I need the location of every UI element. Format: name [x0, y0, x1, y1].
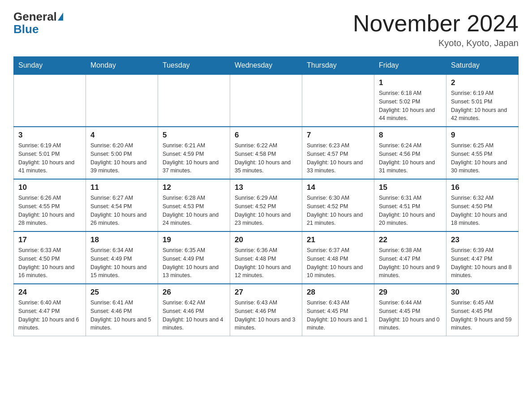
day-number: 4 — [90, 131, 153, 140]
day-number: 14 — [307, 183, 369, 192]
weekday-header-saturday: Saturday — [446, 57, 519, 75]
day-info: Sunrise: 6:35 AMSunset: 4:49 PMDaylight:… — [163, 246, 225, 280]
weekday-header-row: SundayMondayTuesdayWednesdayThursdayFrid… — [14, 57, 519, 75]
calendar-cell: 5Sunrise: 6:21 AMSunset: 4:59 PMDaylight… — [158, 127, 230, 179]
calendar-cell: 25Sunrise: 6:41 AMSunset: 4:46 PMDayligh… — [86, 284, 158, 336]
day-number: 25 — [90, 288, 153, 297]
day-info: Sunrise: 6:25 AMSunset: 4:55 PMDaylight:… — [451, 141, 514, 175]
calendar-cell: 4Sunrise: 6:20 AMSunset: 5:00 PMDaylight… — [86, 127, 158, 179]
day-info: Sunrise: 6:43 AMSunset: 4:46 PMDaylight:… — [235, 299, 297, 332]
day-number: 1 — [379, 78, 442, 87]
day-number: 15 — [379, 183, 442, 192]
calendar-cell: 15Sunrise: 6:31 AMSunset: 4:51 PMDayligh… — [374, 179, 446, 231]
weekday-header-friday: Friday — [374, 57, 446, 75]
day-number: 2 — [451, 78, 514, 87]
day-number: 27 — [235, 288, 297, 297]
weekday-header-thursday: Thursday — [302, 57, 374, 75]
day-number: 3 — [18, 131, 81, 140]
day-info: Sunrise: 6:22 AMSunset: 4:58 PMDaylight:… — [235, 141, 297, 175]
day-info: Sunrise: 6:26 AMSunset: 4:55 PMDaylight:… — [18, 194, 81, 227]
day-number: 21 — [307, 235, 369, 244]
day-info: Sunrise: 6:40 AMSunset: 4:47 PMDaylight:… — [18, 299, 81, 332]
day-info: Sunrise: 6:30 AMSunset: 4:52 PMDaylight:… — [307, 194, 369, 227]
calendar-cell: 2Sunrise: 6:19 AMSunset: 5:01 PMDaylight… — [446, 74, 519, 127]
day-number: 8 — [379, 131, 442, 140]
logo-triangle-icon — [58, 13, 63, 21]
month-title: November 2024 — [353, 11, 519, 36]
calendar-cell — [230, 74, 302, 127]
day-number: 18 — [90, 235, 153, 244]
calendar-cell: 26Sunrise: 6:42 AMSunset: 4:46 PMDayligh… — [158, 284, 230, 336]
calendar-cell: 3Sunrise: 6:19 AMSunset: 5:01 PMDaylight… — [14, 127, 86, 179]
day-info: Sunrise: 6:28 AMSunset: 4:53 PMDaylight:… — [163, 194, 225, 227]
day-info: Sunrise: 6:33 AMSunset: 4:50 PMDaylight:… — [18, 246, 81, 280]
day-number: 29 — [379, 288, 442, 297]
logo-blue-text: Blue — [13, 22, 39, 36]
day-number: 17 — [18, 235, 81, 244]
day-info: Sunrise: 6:36 AMSunset: 4:48 PMDaylight:… — [235, 246, 297, 280]
page-header: General Blue November 2024 Kyoto, Kyoto,… — [13, 11, 519, 48]
logo: General Blue — [13, 11, 64, 36]
day-number: 13 — [235, 183, 297, 192]
calendar-cell: 12Sunrise: 6:28 AMSunset: 4:53 PMDayligh… — [158, 179, 230, 231]
day-info: Sunrise: 6:24 AMSunset: 4:56 PMDaylight:… — [379, 141, 442, 175]
calendar-cell: 7Sunrise: 6:23 AMSunset: 4:57 PMDaylight… — [302, 127, 374, 179]
day-number: 30 — [451, 288, 514, 297]
calendar-cell: 14Sunrise: 6:30 AMSunset: 4:52 PMDayligh… — [302, 179, 374, 231]
day-info: Sunrise: 6:19 AMSunset: 5:01 PMDaylight:… — [18, 141, 81, 175]
day-info: Sunrise: 6:44 AMSunset: 4:45 PMDaylight:… — [379, 299, 442, 332]
location: Kyoto, Kyoto, Japan — [353, 38, 519, 48]
calendar-cell: 9Sunrise: 6:25 AMSunset: 4:55 PMDaylight… — [446, 127, 519, 179]
calendar-cell: 20Sunrise: 6:36 AMSunset: 4:48 PMDayligh… — [230, 231, 302, 284]
day-number: 12 — [163, 183, 225, 192]
day-info: Sunrise: 6:27 AMSunset: 4:54 PMDaylight:… — [90, 194, 153, 227]
day-number: 26 — [163, 288, 225, 297]
day-number: 19 — [163, 235, 225, 244]
calendar-cell: 17Sunrise: 6:33 AMSunset: 4:50 PMDayligh… — [14, 231, 86, 284]
calendar-table: SundayMondayTuesdayWednesdayThursdayFrid… — [13, 56, 519, 336]
day-info: Sunrise: 6:29 AMSunset: 4:52 PMDaylight:… — [235, 194, 297, 227]
weekday-header-sunday: Sunday — [14, 57, 86, 75]
day-number: 7 — [307, 131, 369, 140]
calendar-cell — [14, 74, 86, 127]
weekday-header-tuesday: Tuesday — [158, 57, 230, 75]
day-info: Sunrise: 6:19 AMSunset: 5:01 PMDaylight:… — [451, 89, 514, 123]
day-info: Sunrise: 6:31 AMSunset: 4:51 PMDaylight:… — [379, 194, 442, 227]
day-number: 28 — [307, 288, 369, 297]
calendar-cell: 28Sunrise: 6:43 AMSunset: 4:45 PMDayligh… — [302, 284, 374, 336]
day-info: Sunrise: 6:23 AMSunset: 4:57 PMDaylight:… — [307, 141, 369, 175]
calendar-cell: 21Sunrise: 6:37 AMSunset: 4:48 PMDayligh… — [302, 231, 374, 284]
calendar-cell: 16Sunrise: 6:32 AMSunset: 4:50 PMDayligh… — [446, 179, 519, 231]
day-info: Sunrise: 6:21 AMSunset: 4:59 PMDaylight:… — [163, 141, 225, 175]
calendar-cell — [86, 74, 158, 127]
weekday-header-wednesday: Wednesday — [230, 57, 302, 75]
day-info: Sunrise: 6:38 AMSunset: 4:47 PMDaylight:… — [379, 246, 442, 280]
week-row-1: 1Sunrise: 6:18 AMSunset: 5:02 PMDaylight… — [14, 74, 519, 127]
calendar-cell: 11Sunrise: 6:27 AMSunset: 4:54 PMDayligh… — [86, 179, 158, 231]
calendar-cell: 29Sunrise: 6:44 AMSunset: 4:45 PMDayligh… — [374, 284, 446, 336]
day-number: 16 — [451, 183, 514, 192]
weekday-header-monday: Monday — [86, 57, 158, 75]
week-row-4: 17Sunrise: 6:33 AMSunset: 4:50 PMDayligh… — [14, 231, 519, 284]
title-area: November 2024 Kyoto, Kyoto, Japan — [353, 11, 519, 48]
week-row-2: 3Sunrise: 6:19 AMSunset: 5:01 PMDaylight… — [14, 127, 519, 179]
day-info: Sunrise: 6:45 AMSunset: 4:45 PMDaylight:… — [451, 299, 514, 332]
day-info: Sunrise: 6:37 AMSunset: 4:48 PMDaylight:… — [307, 246, 369, 280]
day-number: 23 — [451, 235, 514, 244]
calendar-cell: 1Sunrise: 6:18 AMSunset: 5:02 PMDaylight… — [374, 74, 446, 127]
calendar-cell: 19Sunrise: 6:35 AMSunset: 4:49 PMDayligh… — [158, 231, 230, 284]
calendar-cell: 23Sunrise: 6:39 AMSunset: 4:47 PMDayligh… — [446, 231, 519, 284]
day-info: Sunrise: 6:39 AMSunset: 4:47 PMDaylight:… — [451, 246, 514, 280]
day-info: Sunrise: 6:18 AMSunset: 5:02 PMDaylight:… — [379, 89, 442, 123]
calendar-cell: 10Sunrise: 6:26 AMSunset: 4:55 PMDayligh… — [14, 179, 86, 231]
day-number: 22 — [379, 235, 442, 244]
calendar-cell — [302, 74, 374, 127]
calendar-cell: 6Sunrise: 6:22 AMSunset: 4:58 PMDaylight… — [230, 127, 302, 179]
calendar-cell: 22Sunrise: 6:38 AMSunset: 4:47 PMDayligh… — [374, 231, 446, 284]
day-number: 20 — [235, 235, 297, 244]
logo-general-text: General — [13, 11, 57, 22]
calendar-cell: 27Sunrise: 6:43 AMSunset: 4:46 PMDayligh… — [230, 284, 302, 336]
day-number: 11 — [90, 183, 153, 192]
calendar-cell: 13Sunrise: 6:29 AMSunset: 4:52 PMDayligh… — [230, 179, 302, 231]
week-row-5: 24Sunrise: 6:40 AMSunset: 4:47 PMDayligh… — [14, 284, 519, 336]
